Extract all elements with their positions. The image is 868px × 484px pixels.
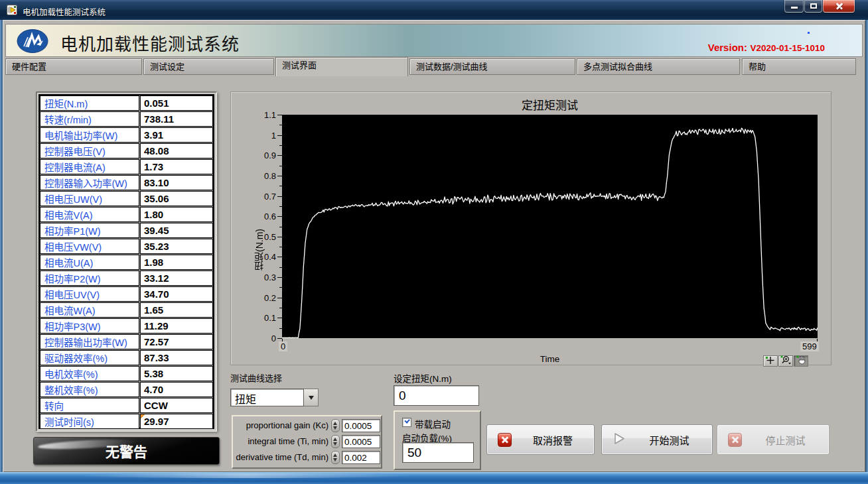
y-minor-tick xyxy=(279,125,282,125)
curve-select-dropdown[interactable]: 扭矩 xyxy=(230,389,319,406)
y-tick-label: 0.4 xyxy=(253,252,276,262)
maximize-button[interactable] xyxy=(804,0,822,13)
param-label: 相电压VW(V) xyxy=(40,239,139,254)
window-title: 电机加载性能测试系统 xyxy=(23,5,106,18)
param-value: 738.11 xyxy=(140,111,213,127)
red-x-icon xyxy=(728,433,742,447)
app-header: 电机加载性能测试系统 Version: V2020-01-15-1010 xyxy=(5,24,863,57)
param-label: 控制器电压(V) xyxy=(40,143,139,158)
x-tick-label: 599 xyxy=(800,341,819,351)
set-torque-input[interactable] xyxy=(394,385,479,406)
y-tick-mark xyxy=(277,115,282,115)
y-tick-mark xyxy=(277,257,282,257)
stop-test-button[interactable]: 停止测试 xyxy=(717,424,830,455)
alarm-label: 无警告 xyxy=(106,441,147,461)
tab-硬件配置[interactable]: 硬件配置 xyxy=(5,58,142,75)
version-text: Version: V2020-01-15-1010 xyxy=(708,42,825,54)
tab-测试数据/测试曲线[interactable]: 测试数据/测试曲线 xyxy=(409,58,575,75)
pid-spinner[interactable] xyxy=(331,419,340,432)
param-value: 33.12 xyxy=(140,271,213,286)
set-torque-label: 设定扭矩(N.m) xyxy=(394,371,452,385)
pid-param-label: proportional gain (Kc) xyxy=(233,418,328,433)
tab-多点测试拟合曲线[interactable]: 多点测试拟合曲线 xyxy=(577,58,740,75)
close-button[interactable] xyxy=(823,0,855,13)
chevron-down-icon xyxy=(309,396,314,400)
y-minor-tick xyxy=(279,328,282,329)
y-tick-label: 0.3 xyxy=(253,272,276,282)
alarm-indicator: 无警告 xyxy=(33,437,220,465)
param-label: 电机效率(%) xyxy=(40,366,139,381)
measurement-table-frame: 扭矩(N.m)0.051转速(r/min)738.11电机输出功率(W)3.91… xyxy=(36,91,217,432)
y-tick-mark xyxy=(277,318,282,318)
param-label: 控制器输入功率(W) xyxy=(40,175,139,190)
load-start-checkbox-label: 带载启动 xyxy=(415,417,451,430)
pid-spinner[interactable] xyxy=(331,435,340,448)
y-tick-label: 0.7 xyxy=(253,192,276,202)
tab-帮助[interactable]: 帮助 xyxy=(742,58,856,75)
window-frame-right xyxy=(865,20,868,472)
graph-palette xyxy=(763,355,808,367)
crosshair-tool-icon xyxy=(765,355,776,367)
action-button-label: 停止测试 xyxy=(742,433,829,447)
y-minor-tick xyxy=(279,186,282,186)
param-label: 控制器电流(A) xyxy=(40,159,139,174)
param-value: 3.91 xyxy=(140,127,213,143)
tab-测试设定[interactable]: 测试设定 xyxy=(143,58,274,75)
cancel-alarm-button[interactable]: 取消报警 xyxy=(486,424,595,455)
x-tick-label: 0 xyxy=(279,341,287,351)
y-tick-mark xyxy=(277,155,282,156)
y-minor-tick xyxy=(279,267,282,268)
y-minor-tick xyxy=(279,166,282,166)
dropdown-button[interactable] xyxy=(304,389,319,406)
tab-测试界面[interactable]: 测试界面 xyxy=(275,57,408,76)
pid-value-input[interactable] xyxy=(342,451,380,464)
start-test-button[interactable]: 开始测试 xyxy=(601,424,713,455)
y-tick-label: 0.9 xyxy=(253,151,276,160)
pid-row: proportional gain (Kc) xyxy=(233,418,381,434)
close-icon xyxy=(835,3,843,9)
app-title: 电机加载性能测试系统 xyxy=(60,30,240,55)
y-tick-mark xyxy=(277,277,282,278)
param-label: 相功率P1(W) xyxy=(40,223,139,238)
start-load-input[interactable] xyxy=(402,442,474,463)
pid-value-input[interactable] xyxy=(342,435,380,448)
y-tick-mark xyxy=(277,338,282,339)
pid-spinner[interactable] xyxy=(331,451,340,464)
maximize-icon xyxy=(810,3,817,9)
y-minor-tick xyxy=(279,206,282,207)
crosshair-tool-button[interactable] xyxy=(763,355,778,367)
y-tick-label: 1 xyxy=(253,131,276,141)
pid-param-label: derivative time (Td, min) xyxy=(233,450,328,465)
param-label: 扭矩(N.m) xyxy=(40,95,139,111)
curve-select-value[interactable]: 扭矩 xyxy=(230,389,304,406)
y-minor-tick xyxy=(279,227,282,227)
param-value: CCW xyxy=(140,398,213,413)
zoom-tool-button[interactable] xyxy=(778,355,793,367)
y-minor-tick xyxy=(279,247,282,247)
param-label: 相功率P3(W) xyxy=(40,318,139,333)
param-value: 34.70 xyxy=(140,286,213,302)
y-tick-label: 0 xyxy=(253,333,276,343)
y-tick-mark xyxy=(277,135,282,136)
param-value: 5.38 xyxy=(140,366,213,381)
minimize-button[interactable] xyxy=(784,0,804,13)
header-dot xyxy=(808,32,810,34)
y-tick-label: 0.2 xyxy=(253,293,276,303)
chart-title: 定扭矩测试 xyxy=(282,96,818,113)
chart-plot-area[interactable] xyxy=(282,115,818,338)
y-tick-label: 0.5 xyxy=(253,232,276,242)
param-label: 相电压UW(V) xyxy=(40,191,139,206)
company-logo-icon xyxy=(17,29,48,54)
app-window: 电机加载性能测试系统 电机加载性能测试系统 Version: V2020-01-… xyxy=(0,0,868,484)
load-start-checkbox[interactable] xyxy=(402,418,411,427)
minimize-icon xyxy=(791,7,798,9)
pid-value-input[interactable] xyxy=(342,419,380,432)
param-value: 1.98 xyxy=(140,255,213,270)
param-value: 1.80 xyxy=(140,207,213,222)
y-tick-label: 0.6 xyxy=(253,212,276,221)
spinner-up-icon xyxy=(333,454,337,457)
param-label: 相功率P2(W) xyxy=(40,271,139,286)
spinner-up-icon xyxy=(333,422,337,425)
param-label: 转向 xyxy=(40,398,139,413)
pan-tool-button[interactable] xyxy=(794,355,808,367)
